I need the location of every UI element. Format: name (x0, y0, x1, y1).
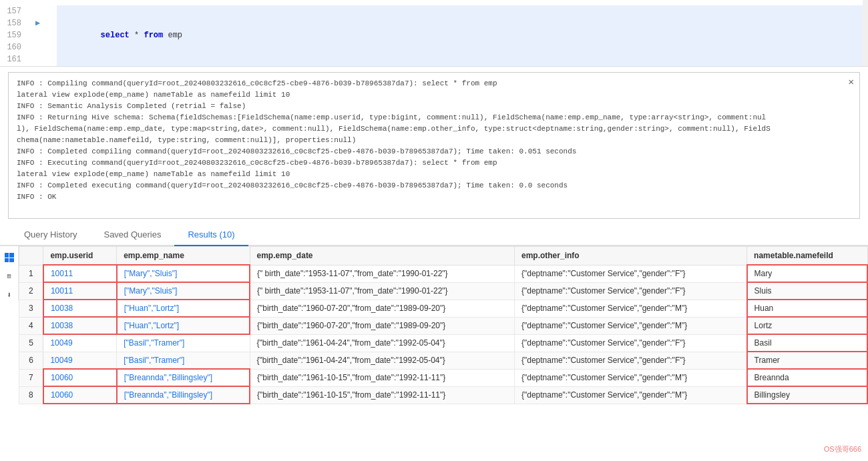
tabs-bar: Query History Saved Queries Results (10) (0, 224, 868, 246)
row-num-cell: 1 (19, 265, 43, 282)
otherinfo-cell: {"deptname":"Customer Service","gender":… (514, 334, 746, 352)
row-num-cell: 8 (19, 386, 43, 404)
log-line-3: INFO : Semantic Analysis Completed (retr… (17, 101, 851, 112)
col-header-namefeild: nametable.namefeild (747, 247, 867, 266)
empname-cell: ["Mary","Sluis"] (117, 282, 250, 300)
userid-cell: 10011 (43, 265, 117, 282)
namefeild-cell: Mary (747, 265, 867, 282)
empdate-cell: {"birth_date":"1961-04-24","from_date":"… (250, 352, 514, 369)
log-line-8: INFO : Executing command(queryId=root_20… (17, 157, 851, 169)
log-line-9: lateral view explode(emp_name) nameTable… (17, 169, 851, 180)
userid-cell: 10049 (43, 352, 117, 369)
log-line-1: INFO : Compiling command(queryId=root_20… (17, 78, 851, 89)
row-num-cell: 7 (19, 369, 43, 386)
namefeild-cell: Breannda (747, 369, 867, 386)
col-header-rownum (19, 247, 43, 266)
table-row: 210011["Mary","Sluis"]{" birth_date":"19… (19, 282, 868, 300)
empname-cell: ["Huan","Lortz"] (117, 317, 250, 334)
empdate-cell: {"birth_date":"1960-07-20","from_date":"… (250, 300, 514, 317)
results-table: emp.userid emp.emp_name emp.emp_date emp… (19, 246, 868, 404)
empdate-cell: {"birth_date":"1961-10-15","from_date":"… (250, 369, 514, 386)
empdate-cell: {"birth_date":"1960-07-20","from_date":"… (250, 317, 514, 334)
userid-cell: 10038 (43, 317, 117, 334)
row-num-cell: 3 (19, 300, 43, 317)
namefeild-cell: Huan (747, 300, 867, 317)
log-line-11: INFO : OK (17, 191, 851, 203)
log-line-6: chema(name:nametable.namefeild, type:str… (17, 135, 851, 146)
otherinfo-cell: {"deptname":"Customer Service","gender":… (514, 352, 746, 369)
table-row: 710060["Breannda","Billingsley"]{"birth_… (19, 369, 868, 386)
empname-cell: ["Basil","Tramer"] (117, 352, 250, 369)
log-panel: ✕ INFO : Compiling command(queryId=root_… (8, 72, 860, 219)
tab-saved-queries[interactable]: Saved Queries (90, 224, 174, 246)
code-editor[interactable]: 157 158 159 160 161 ▶ select * from emp … (0, 0, 868, 67)
userid-cell: 10038 (43, 300, 117, 317)
namefeild-cell: Tramer (747, 352, 867, 369)
tab-query-history[interactable]: Query History (11, 224, 90, 246)
table-row: 510049["Basil","Tramer"]{"birth_date":"1… (19, 334, 868, 352)
line-numbers: 157 158 159 160 161 (0, 3, 27, 65)
col-header-empdate: emp.emp_date (250, 247, 514, 266)
table-row: 610049["Basil","Tramer"]{"birth_date":"1… (19, 352, 868, 369)
col-header-userid: emp.userid (43, 247, 117, 266)
table-row: 810060["Breannda","Billingsley"]{"birth_… (19, 386, 868, 404)
namefeild-cell: Lortz (747, 317, 867, 334)
empname-cell: ["Breannda","Billingsley"] (117, 369, 250, 386)
empname-cell: ["Breannda","Billingsley"] (117, 386, 250, 404)
download-tool-icon[interactable]: ⬇ (3, 289, 15, 301)
log-line-4: INFO : Returning Hive schema: Schema(fie… (17, 112, 851, 123)
log-line-7: INFO : Completed compiling command(query… (17, 146, 851, 157)
empdate-cell: {"birth_date":"1961-10-15","from_date":"… (250, 386, 514, 404)
userid-cell: 10060 (43, 369, 117, 386)
code-lines: ▶ select * from emp lateral view explode… (57, 3, 868, 67)
userid-cell: 10060 (43, 386, 117, 404)
row-num-cell: 6 (19, 352, 43, 369)
col-header-empname: emp.emp_name (117, 247, 250, 266)
code-line-158: ▶ select * from emp (57, 5, 868, 53)
log-line-5: l), FieldSchema(name:emp.emp_date, type:… (17, 123, 851, 135)
col-header-otherinfo: emp.other_info (514, 247, 746, 266)
namefeild-cell: Basil (747, 334, 867, 352)
empname-cell: ["Huan","Lortz"] (117, 300, 250, 317)
empname-cell: ["Basil","Tramer"] (117, 334, 250, 352)
row-num-cell: 5 (19, 334, 43, 352)
table-row: 110011["Mary","Sluis"]{" birth_date":"19… (19, 265, 868, 282)
table-row: 410038["Huan","Lortz"]{"birth_date":"196… (19, 317, 868, 334)
otherinfo-cell: {"deptname":"Customer Service","gender":… (514, 317, 746, 334)
table-row: 310038["Huan","Lortz"]{"birth_date":"196… (19, 300, 868, 317)
empname-cell: ["Mary","Sluis"] (117, 265, 250, 282)
namefeild-cell: Billingsley (747, 386, 867, 404)
log-line-2: lateral view explode(emp_name) nameTable… (17, 89, 851, 101)
otherinfo-cell: {"deptname":"Customer Service","gender":… (514, 369, 746, 386)
log-line-10: INFO : Completed executing command(query… (17, 180, 851, 191)
empdate-cell: {" birth_date":"1953-11-07","from_date":… (250, 265, 514, 282)
otherinfo-cell: {"deptname":"Customer Service","gender":… (514, 265, 746, 282)
log-close-button[interactable]: ✕ (849, 77, 854, 88)
results-container[interactable]: ⊞ ⬇ emp.userid emp.emp_name emp.emp_date… (0, 246, 868, 440)
userid-cell: 10049 (43, 334, 117, 352)
namefeild-cell: Sluis (747, 282, 867, 300)
otherinfo-cell: {"deptname":"Customer Service","gender":… (514, 282, 746, 300)
userid-cell: 10011 (43, 282, 117, 300)
grid-tool-icon[interactable] (3, 252, 15, 264)
editor-scrollbar[interactable] (863, 0, 868, 66)
left-tools-panel: ⊞ ⬇ (0, 246, 19, 301)
row-num-cell: 4 (19, 317, 43, 334)
row-num-cell: 2 (19, 282, 43, 300)
empdate-cell: {"birth_date":"1961-04-24","from_date":"… (250, 334, 514, 352)
otherinfo-cell: {"deptname":"Customer Service","gender":… (514, 300, 746, 317)
otherinfo-cell: {"deptname":"Customer Service","gender":… (514, 386, 746, 404)
table-tool-icon[interactable]: ⊞ (3, 270, 15, 282)
tab-results[interactable]: Results (10) (174, 224, 248, 246)
empdate-cell: {" birth_date":"1953-11-07","from_date":… (250, 282, 514, 300)
code-line-159: lateral view explode(emp_name) nameTable… (57, 53, 868, 67)
